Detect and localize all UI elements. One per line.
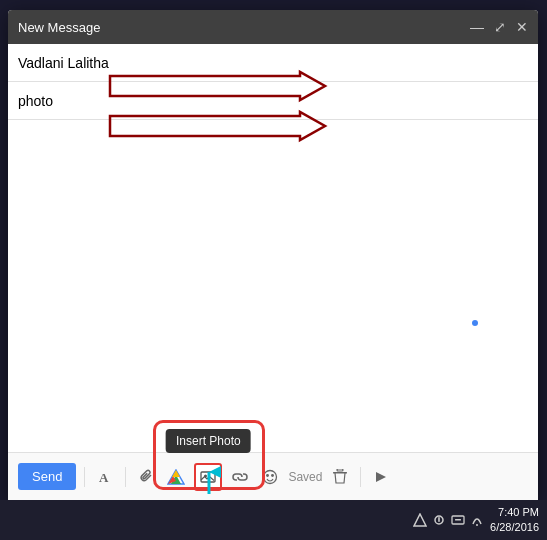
toolbar-right: Saved bbox=[288, 465, 393, 489]
blue-dot bbox=[472, 320, 478, 326]
toolbar: Send A Insert Photo bbox=[8, 452, 538, 500]
svg-marker-18 bbox=[376, 472, 386, 482]
insert-photo-button[interactable] bbox=[194, 463, 222, 491]
attach-icon[interactable] bbox=[134, 465, 158, 489]
svg-rect-11 bbox=[201, 472, 215, 482]
link-icon[interactable] bbox=[228, 465, 252, 489]
to-input[interactable] bbox=[18, 55, 528, 71]
drive-icon[interactable] bbox=[164, 465, 188, 489]
tray-icon-3 bbox=[451, 513, 465, 527]
body-area[interactable] bbox=[8, 120, 538, 452]
taskbar-sys-icons bbox=[413, 513, 484, 527]
window-title: New Message bbox=[18, 20, 100, 35]
svg-rect-27 bbox=[438, 517, 440, 522]
tray-icon-2 bbox=[432, 513, 446, 527]
toolbar-separator-3 bbox=[360, 467, 361, 487]
toolbar-separator-2 bbox=[125, 467, 126, 487]
compose-window: New Message — ⤢ ✕ bbox=[8, 10, 538, 500]
more-options-icon[interactable] bbox=[369, 465, 393, 489]
svg-point-14 bbox=[267, 474, 269, 476]
subject-field-row bbox=[8, 82, 538, 120]
title-controls: — ⤢ ✕ bbox=[470, 20, 528, 34]
svg-text:A: A bbox=[99, 470, 109, 485]
title-bar: New Message — ⤢ ✕ bbox=[8, 10, 538, 44]
to-field-row bbox=[8, 44, 538, 82]
taskbar-time: 7:40 PM 6/28/2016 bbox=[490, 505, 539, 536]
toolbar-separator-1 bbox=[84, 467, 85, 487]
tray-icon-4 bbox=[470, 513, 484, 527]
tray-icon-1 bbox=[413, 513, 427, 527]
formatting-icon[interactable]: A bbox=[93, 465, 117, 489]
svg-rect-29 bbox=[455, 519, 461, 521]
insert-photo-wrapper: Insert Photo bbox=[194, 463, 222, 491]
send-button[interactable]: Send bbox=[18, 463, 76, 490]
svg-point-15 bbox=[272, 474, 274, 476]
minimize-button[interactable]: — bbox=[470, 20, 484, 34]
svg-marker-25 bbox=[414, 514, 426, 526]
emoji-icon[interactable] bbox=[258, 465, 282, 489]
maximize-button[interactable]: ⤢ bbox=[494, 20, 506, 34]
svg-rect-17 bbox=[337, 469, 343, 471]
taskbar: 7:40 PM 6/28/2016 bbox=[0, 500, 547, 540]
subject-input[interactable] bbox=[18, 93, 528, 109]
saved-label: Saved bbox=[288, 470, 322, 484]
close-button[interactable]: ✕ bbox=[516, 20, 528, 34]
insert-photo-tooltip: Insert Photo bbox=[166, 429, 251, 453]
delete-icon[interactable] bbox=[328, 465, 352, 489]
